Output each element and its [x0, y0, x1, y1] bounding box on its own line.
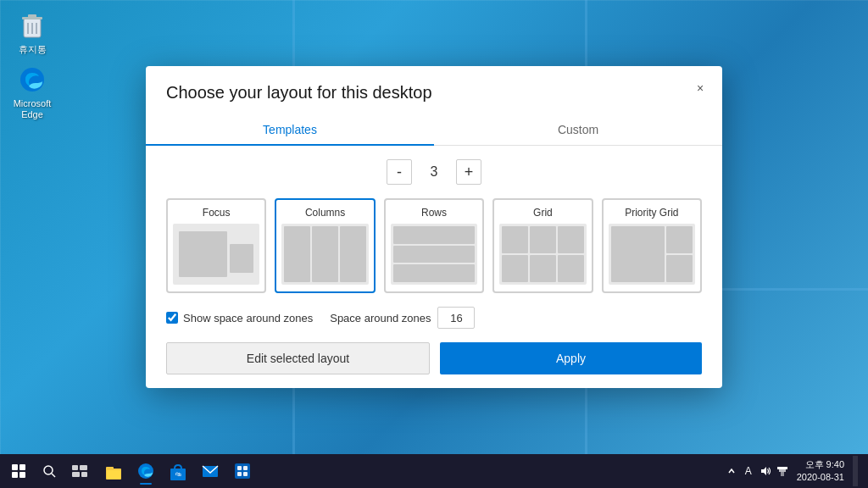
layout-options: Focus Columns: [166, 198, 702, 293]
taskbar-right: A 오: [724, 456, 865, 486]
show-space-checkbox[interactable]: [166, 312, 178, 324]
col-2: [312, 226, 338, 282]
grid-preview: [499, 224, 586, 285]
start-button[interactable]: [3, 456, 34, 486]
tray-network[interactable]: [775, 463, 790, 479]
modal-backdrop: Choose your layout for this desktop × Te…: [0, 0, 868, 454]
svg-rect-23: [237, 472, 242, 476]
svg-rect-20: [235, 463, 250, 479]
svg-rect-26: [781, 472, 784, 476]
svg-rect-14: [106, 467, 114, 470]
search-button[interactable]: [34, 456, 64, 486]
counter-value: 3: [426, 164, 442, 180]
layout-dialog: Choose your layout for this desktop × Te…: [146, 66, 722, 388]
grid-label: Grid: [533, 207, 553, 219]
focus-big-zone: [179, 231, 226, 277]
svg-rect-11: [72, 472, 80, 477]
system-clock[interactable]: 오후 9:40 2020-08-31: [793, 458, 848, 485]
svg-text:🛍: 🛍: [175, 471, 181, 477]
decrement-button[interactable]: -: [387, 159, 412, 185]
focus-preview: [173, 224, 259, 285]
network-icon: [776, 465, 788, 477]
svg-rect-28: [777, 467, 787, 469]
taskbar-app-store[interactable]: 🛍: [163, 456, 193, 486]
modal-header: Choose your layout for this desktop ×: [146, 66, 722, 103]
svg-rect-24: [243, 472, 248, 476]
taskbar-app-mail[interactable]: [195, 456, 225, 486]
row-3: [393, 264, 475, 282]
svg-rect-22: [243, 466, 248, 470]
svg-point-7: [44, 466, 53, 474]
focus-small-zone: [230, 244, 254, 274]
grid-cell-1: [502, 226, 528, 253]
col-3: [340, 226, 366, 282]
mail-icon: [201, 462, 220, 480]
column-counter: - 3 +: [166, 159, 702, 185]
rows-preview: [391, 224, 477, 285]
svg-rect-27: [779, 469, 786, 472]
grid-cell-6: [558, 255, 584, 282]
task-view-button[interactable]: [64, 456, 95, 486]
file-explorer-icon: [104, 462, 123, 480]
action-buttons: Edit selected layout Apply: [166, 342, 702, 374]
tab-templates[interactable]: Templates: [146, 114, 434, 145]
svg-marker-25: [761, 467, 766, 475]
modal-title: Choose your layout for this desktop: [166, 83, 702, 103]
layout-card-columns[interactable]: Columns: [275, 198, 375, 293]
col-1: [284, 226, 310, 282]
priority-side-2: [666, 255, 693, 282]
rows-label: Rows: [421, 207, 447, 219]
svg-rect-15: [107, 470, 120, 479]
priority-side-1: [666, 226, 693, 253]
layout-card-grid[interactable]: Grid: [492, 198, 593, 293]
grid-cell-2: [530, 226, 556, 253]
focus-label: Focus: [203, 207, 231, 219]
tab-bar: Templates Custom: [146, 114, 722, 146]
system-tray: A: [724, 463, 790, 479]
clock-date: 2020-08-31: [797, 471, 844, 484]
store-icon: 🛍: [169, 462, 187, 480]
layout-card-focus[interactable]: Focus: [166, 198, 266, 293]
edge-taskbar-icon: [136, 462, 155, 480]
priority-grid-label: Priority Grid: [625, 207, 678, 219]
priority-preview: [609, 224, 695, 285]
svg-rect-12: [81, 472, 87, 477]
task-view-icon: [72, 465, 87, 477]
space-around-group: Space around zones: [330, 307, 475, 329]
edit-layout-button[interactable]: Edit selected layout: [166, 342, 430, 374]
powertoys-icon: [233, 462, 252, 480]
windows-icon: [12, 464, 25, 478]
show-desktop-button[interactable]: [853, 456, 858, 486]
row-1: [393, 226, 475, 244]
tray-speaker[interactable]: [758, 463, 773, 479]
grid-cell-5: [530, 255, 556, 282]
taskbar-apps: 🛍: [95, 456, 724, 486]
taskbar: 🛍: [0, 454, 868, 488]
speaker-icon: [760, 465, 771, 477]
clock-time: 오후 9:40: [797, 458, 844, 471]
space-around-input[interactable]: [437, 307, 475, 329]
tray-keyboard[interactable]: A: [741, 463, 756, 479]
increment-button[interactable]: +: [456, 159, 481, 185]
columns-label: Columns: [305, 207, 345, 219]
layout-card-rows[interactable]: Rows: [384, 198, 484, 293]
svg-rect-9: [72, 465, 78, 470]
apply-button[interactable]: Apply: [440, 342, 702, 374]
taskbar-app-file-explorer[interactable]: [98, 456, 129, 486]
svg-rect-10: [80, 465, 87, 470]
svg-rect-21: [237, 466, 242, 470]
tray-chevron[interactable]: [724, 463, 739, 479]
grid-cell-4: [502, 255, 528, 282]
svg-line-8: [52, 474, 55, 477]
layout-card-priority-grid[interactable]: Priority Grid: [602, 198, 702, 293]
show-space-label[interactable]: Show space around zones: [166, 312, 313, 324]
taskbar-app-edge[interactable]: [131, 456, 161, 486]
close-button[interactable]: ×: [688, 76, 712, 100]
tab-custom[interactable]: Custom: [434, 114, 722, 145]
search-icon: [42, 464, 56, 478]
taskbar-app-powertoys[interactable]: [227, 456, 258, 486]
options-row: Show space around zones Space around zon…: [166, 307, 702, 329]
grid-cell-3: [558, 226, 584, 253]
columns-preview: [281, 224, 368, 285]
desktop: 휴지통 Microsoft Edge Choose your layout fo…: [0, 0, 868, 488]
